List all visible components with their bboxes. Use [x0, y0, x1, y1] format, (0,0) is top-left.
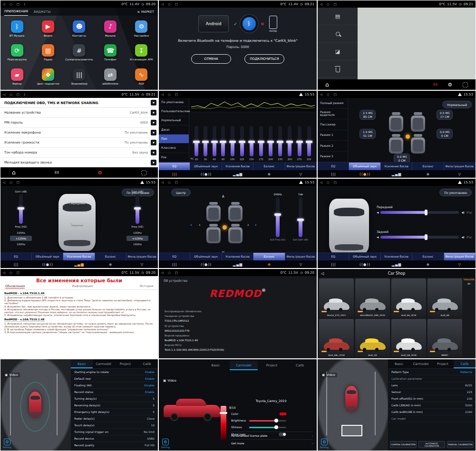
home-circle-icon[interactable]: ○	[168, 271, 171, 275]
eq-preset-item[interactable]: Пользовательские	[159, 107, 189, 116]
recents-icon[interactable]: □	[334, 181, 337, 184]
360-tab[interactable]: Calib	[136, 359, 158, 368]
sub-freq-slider[interactable]	[276, 197, 280, 237]
audio-tab[interactable]: Объёмный звук((●))	[32, 253, 63, 268]
app-shortcut[interactable]: ☻Контакты	[64, 17, 95, 41]
audio-tab[interactable]: EQ|||	[0, 253, 32, 268]
eraser-icon[interactable]: ◪	[318, 43, 358, 60]
back-icon[interactable]: ◁	[320, 2, 322, 6]
audio-tab[interactable]: Фильтрация басов▽	[444, 163, 476, 178]
settings-row[interactable]: Emergency light delay(s)5	[71, 409, 158, 415]
recents-icon[interactable]	[141, 170, 146, 175]
connect-button[interactable]: ПОДКЛЮЧИТЬСЯ	[244, 54, 284, 64]
tab-applications[interactable]: ПРИЛОЖЕНИЯ	[4, 8, 28, 16]
app-shortcut[interactable]: ♪Музыка	[95, 17, 126, 41]
back-icon[interactable]: ◁	[161, 2, 164, 6]
settings-row[interactable]: Тон набора номераБез звука▼	[0, 148, 158, 158]
audio-tab[interactable]: Усиление басов▂▄▆	[381, 163, 412, 178]
tab-information[interactable]: Информация	[72, 284, 92, 288]
hotspot-icon[interactable]: ((·))	[55, 171, 58, 174]
recents-icon[interactable]: □	[175, 2, 178, 6]
360-tab[interactable]: Project	[115, 359, 136, 368]
trash-icon[interactable]	[318, 60, 358, 78]
freq-option[interactable]: 100Hz	[10, 230, 32, 235]
audio-tab[interactable]: Усиление басов▂▄▆	[63, 253, 95, 268]
balance-position-dot[interactable]	[223, 225, 227, 230]
brightness-row[interactable]: Brightness	[231, 419, 286, 422]
back-icon[interactable]: ◁	[321, 271, 324, 276]
home-icon[interactable]: ⌂	[12, 169, 16, 176]
eq-band[interactable]: 200	[268, 126, 273, 161]
car-card[interactable]: Aeolus_E70_2022	[319, 278, 354, 317]
recents-icon[interactable]	[463, 82, 468, 87]
settings-row[interactable]: Sensor225	[388, 389, 476, 395]
audio-tab[interactable]: Фильтрация басов▽	[444, 253, 476, 268]
settings-row[interactable]: Default rearEnable	[71, 375, 158, 382]
home-circle-icon[interactable]: ○	[327, 181, 330, 184]
back-icon[interactable]: ◁	[161, 181, 164, 184]
shiness-row[interactable]: Shiness	[231, 426, 286, 429]
360-tab[interactable]: Carmodel	[410, 359, 432, 368]
setting-button[interactable]: ⚙Setting	[3, 439, 11, 449]
app-shortcut[interactable]: ▶Видео	[32, 17, 63, 41]
eq-band-slider[interactable]	[221, 126, 225, 156]
arrow-far-left-icon[interactable]: ‹	[190, 222, 192, 227]
listening-position-dot[interactable]	[406, 134, 410, 139]
recents-icon[interactable]: □	[17, 181, 19, 184]
dropdown-icon[interactable]: ▼	[151, 120, 156, 125]
calibration-button[interactable]: AUTOMATIC CALIBRATION	[418, 441, 445, 448]
eq-band[interactable]: 150	[249, 126, 254, 161]
car-card[interactable]: Audi_A8L_2018	[319, 319, 354, 358]
back-icon[interactable]: ◁	[3, 271, 5, 275]
app-shortcut[interactable]: ⟳Перезагрузка	[1, 41, 32, 65]
back-icon[interactable]: ◁	[320, 93, 322, 96]
freq-option[interactable]: 100Hz	[126, 230, 148, 235]
recents-icon[interactable]: □	[17, 93, 19, 96]
color-picker-bar[interactable]	[221, 406, 226, 440]
surround-mode-item[interactable]: Пассажир	[318, 119, 348, 130]
audio-tab[interactable]: Фильтрация басов▽	[126, 253, 158, 268]
search-icon[interactable]	[318, 25, 358, 43]
back-icon[interactable]: ◁	[161, 93, 164, 96]
eq-band-slider[interactable]	[250, 126, 253, 156]
car-card[interactable]: BMW7	[427, 319, 462, 358]
tab-widgets[interactable]: ВИДЖЕТЫ	[34, 10, 51, 14]
dropdown-icon[interactable]: ▼	[151, 140, 156, 145]
settings-row[interactable]: Reversing delay(s)5	[71, 402, 158, 409]
calibration-button[interactable]: MANUAL CALIBRATION	[447, 441, 474, 448]
360-tab[interactable]: Calib	[454, 359, 476, 368]
front-filter-slider[interactable]	[380, 211, 459, 214]
eq-band[interactable]: 235	[278, 126, 283, 161]
360-tab[interactable]: Carmodel	[230, 361, 258, 370]
surround-mode-item[interactable]: Режим 2	[318, 141, 348, 152]
home-circle-icon[interactable]: ○	[327, 93, 330, 96]
market-link[interactable]: ≡МАРКЕТ	[137, 10, 154, 14]
360-tab[interactable]: Basic	[71, 359, 93, 368]
settings-row[interactable]: Starting engine to rotateEnable	[71, 369, 158, 375]
ota-update-link[interactable]: Беспроводное обновление	[165, 309, 224, 314]
eq-band-slider[interactable]	[307, 126, 311, 156]
app-shortcut[interactable]: ▤Радио	[32, 41, 63, 65]
eq-band-slider[interactable]	[298, 126, 301, 156]
freq-option[interactable]: +125Hz	[10, 236, 32, 241]
home-circle-icon[interactable]: ○	[168, 181, 171, 184]
eq-band-slider[interactable]	[194, 126, 198, 156]
license-plate-link[interactable]: Personalized license plate›	[231, 432, 313, 439]
back-icon[interactable]: ◁	[320, 181, 322, 184]
audio-tab[interactable]: EQ|||	[318, 253, 349, 268]
default-button[interactable]: По умолчанию	[439, 189, 472, 196]
eq-band[interactable]: 250	[288, 126, 292, 161]
eq-band-slider[interactable]	[278, 126, 282, 156]
get-more-link[interactable]: Get more›	[231, 439, 313, 447]
audio-tab[interactable]: Усиление басов▂▄▆	[381, 253, 412, 268]
hotspot-icon[interactable]: ((·))	[433, 83, 437, 86]
freq-option[interactable]: 160Hz	[126, 241, 148, 247]
settings-row[interactable]: Touch delay(s)10	[71, 422, 158, 429]
recents-icon[interactable]: □	[17, 271, 19, 275]
360-tab[interactable]: Project	[258, 361, 286, 370]
car-card[interactable]: Audi_A8	[427, 278, 462, 317]
app-shortcut[interactable]: #Суперпользователь	[64, 41, 95, 65]
eq-band[interactable]: 40	[213, 126, 216, 161]
settings-row[interactable]: Radar delay(s)Close	[71, 415, 158, 422]
app-shortcut[interactable]: ❖Цвет подсветки	[32, 65, 63, 89]
